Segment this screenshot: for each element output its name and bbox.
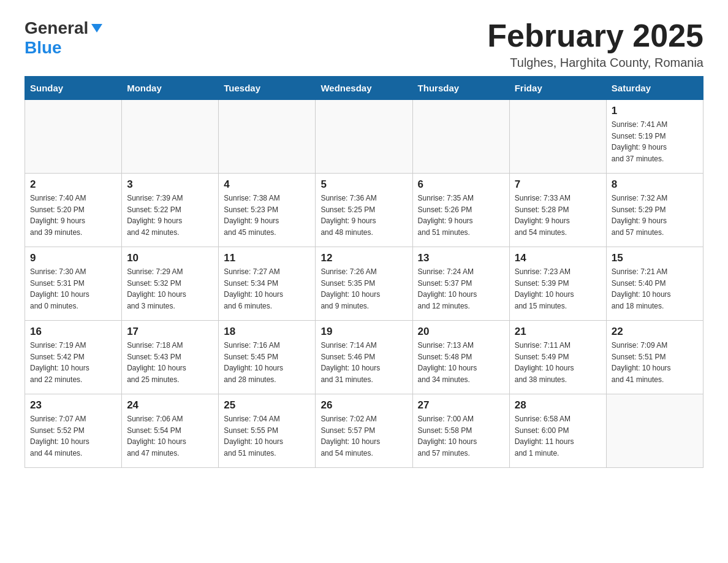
calendar-week-5: 23Sunrise: 7:07 AMSunset: 5:52 PMDayligh… (25, 394, 703, 468)
calendar-cell: 22Sunrise: 7:09 AMSunset: 5:51 PMDayligh… (606, 321, 703, 394)
calendar-cell (412, 100, 509, 174)
col-thursday: Thursday (412, 77, 509, 100)
calendar-week-3: 9Sunrise: 7:30 AMSunset: 5:31 PMDaylight… (25, 247, 703, 321)
calendar-cell (25, 100, 122, 174)
day-info: Sunrise: 7:32 AMSunset: 5:29 PMDaylight:… (612, 193, 698, 238)
day-number: 28 (515, 399, 601, 412)
day-info: Sunrise: 7:38 AMSunset: 5:23 PMDaylight:… (224, 193, 310, 238)
day-info: Sunrise: 7:21 AMSunset: 5:40 PMDaylight:… (612, 266, 698, 312)
calendar-cell: 10Sunrise: 7:29 AMSunset: 5:32 PMDayligh… (122, 247, 219, 321)
col-friday: Friday (509, 77, 606, 100)
day-info: Sunrise: 7:13 AMSunset: 5:48 PMDaylight:… (418, 340, 504, 385)
day-number: 23 (30, 399, 116, 412)
day-info: Sunrise: 6:58 AMSunset: 6:00 PMDaylight:… (515, 413, 601, 459)
calendar-cell: 1Sunrise: 7:41 AMSunset: 5:19 PMDaylight… (606, 100, 703, 174)
calendar-cell: 18Sunrise: 7:16 AMSunset: 5:45 PMDayligh… (219, 321, 316, 394)
location-text: Tulghes, Harghita County, Romania (487, 56, 703, 70)
calendar-cell: 2Sunrise: 7:40 AMSunset: 5:20 PMDaylight… (25, 174, 122, 247)
calendar-cell: 11Sunrise: 7:27 AMSunset: 5:34 PMDayligh… (219, 247, 316, 321)
calendar-cell (316, 100, 412, 174)
day-info: Sunrise: 7:04 AMSunset: 5:55 PMDaylight:… (224, 413, 310, 459)
calendar-cell: 21Sunrise: 7:11 AMSunset: 5:49 PMDayligh… (509, 321, 606, 394)
calendar-cell: 25Sunrise: 7:04 AMSunset: 5:55 PMDayligh… (219, 394, 316, 468)
calendar-cell (606, 394, 703, 468)
calendar-cell: 28Sunrise: 6:58 AMSunset: 6:00 PMDayligh… (509, 394, 606, 468)
day-number: 19 (320, 326, 407, 338)
day-number: 1 (612, 105, 698, 117)
day-info: Sunrise: 7:16 AMSunset: 5:45 PMDaylight:… (224, 340, 310, 385)
day-number: 2 (30, 178, 116, 191)
col-sunday: Sunday (25, 77, 122, 100)
calendar-cell: 15Sunrise: 7:21 AMSunset: 5:40 PMDayligh… (606, 247, 703, 321)
day-info: Sunrise: 7:00 AMSunset: 5:58 PMDaylight:… (418, 413, 504, 459)
day-info: Sunrise: 7:14 AMSunset: 5:46 PMDaylight:… (320, 340, 407, 385)
calendar-cell: 4Sunrise: 7:38 AMSunset: 5:23 PMDaylight… (219, 174, 316, 247)
col-monday: Monday (122, 77, 219, 100)
calendar-cell: 16Sunrise: 7:19 AMSunset: 5:42 PMDayligh… (25, 321, 122, 394)
day-info: Sunrise: 7:19 AMSunset: 5:42 PMDaylight:… (30, 340, 116, 385)
day-info: Sunrise: 7:29 AMSunset: 5:32 PMDaylight:… (127, 266, 213, 312)
day-number: 9 (30, 252, 116, 264)
day-number: 7 (515, 178, 601, 191)
logo: General Blue (25, 18, 104, 58)
calendar-cell: 19Sunrise: 7:14 AMSunset: 5:46 PMDayligh… (316, 321, 412, 394)
day-info: Sunrise: 7:30 AMSunset: 5:31 PMDaylight:… (30, 266, 116, 312)
calendar-cell: 12Sunrise: 7:26 AMSunset: 5:35 PMDayligh… (316, 247, 412, 321)
day-info: Sunrise: 7:07 AMSunset: 5:52 PMDaylight:… (30, 413, 116, 459)
day-info: Sunrise: 7:23 AMSunset: 5:39 PMDaylight:… (515, 266, 601, 312)
calendar-week-2: 2Sunrise: 7:40 AMSunset: 5:20 PMDaylight… (25, 174, 703, 247)
col-saturday: Saturday (606, 77, 703, 100)
day-number: 4 (224, 178, 310, 191)
day-info: Sunrise: 7:09 AMSunset: 5:51 PMDaylight:… (612, 340, 698, 385)
day-info: Sunrise: 7:35 AMSunset: 5:26 PMDaylight:… (418, 193, 504, 238)
col-tuesday: Tuesday (219, 77, 316, 100)
calendar-week-4: 16Sunrise: 7:19 AMSunset: 5:42 PMDayligh… (25, 321, 703, 394)
day-number: 11 (224, 252, 310, 264)
calendar-cell: 26Sunrise: 7:02 AMSunset: 5:57 PMDayligh… (316, 394, 412, 468)
calendar-week-1: 1Sunrise: 7:41 AMSunset: 5:19 PMDaylight… (25, 100, 703, 174)
day-info: Sunrise: 7:02 AMSunset: 5:57 PMDaylight:… (320, 413, 407, 459)
day-info: Sunrise: 7:26 AMSunset: 5:35 PMDaylight:… (320, 266, 407, 312)
logo-arrow-icon (90, 23, 104, 34)
month-title: February 2025 (487, 18, 703, 53)
page-header: General Blue February 2025 Tulghes, Harg… (25, 18, 703, 70)
day-number: 14 (515, 252, 601, 264)
day-info: Sunrise: 7:36 AMSunset: 5:25 PMDaylight:… (320, 193, 407, 238)
calendar-table: Sunday Monday Tuesday Wednesday Thursday… (25, 76, 703, 468)
calendar-cell: 5Sunrise: 7:36 AMSunset: 5:25 PMDaylight… (316, 174, 412, 247)
day-info: Sunrise: 7:40 AMSunset: 5:20 PMDaylight:… (30, 193, 116, 238)
day-number: 20 (418, 326, 504, 338)
calendar-cell: 6Sunrise: 7:35 AMSunset: 5:26 PMDaylight… (412, 174, 509, 247)
day-number: 8 (612, 178, 698, 191)
calendar-cell: 20Sunrise: 7:13 AMSunset: 5:48 PMDayligh… (412, 321, 509, 394)
calendar-cell: 27Sunrise: 7:00 AMSunset: 5:58 PMDayligh… (412, 394, 509, 468)
day-number: 5 (320, 178, 407, 191)
calendar-cell (122, 100, 219, 174)
day-number: 15 (612, 252, 698, 264)
day-number: 13 (418, 252, 504, 264)
day-info: Sunrise: 7:41 AMSunset: 5:19 PMDaylight:… (612, 119, 698, 164)
day-number: 25 (224, 399, 310, 412)
day-number: 21 (515, 326, 601, 338)
day-info: Sunrise: 7:18 AMSunset: 5:43 PMDaylight:… (127, 340, 213, 385)
day-number: 27 (418, 399, 504, 412)
day-number: 17 (127, 326, 213, 338)
calendar-cell (509, 100, 606, 174)
calendar-cell: 7Sunrise: 7:33 AMSunset: 5:28 PMDaylight… (509, 174, 606, 247)
day-info: Sunrise: 7:06 AMSunset: 5:54 PMDaylight:… (127, 413, 213, 459)
calendar-cell: 8Sunrise: 7:32 AMSunset: 5:29 PMDaylight… (606, 174, 703, 247)
calendar-cell: 24Sunrise: 7:06 AMSunset: 5:54 PMDayligh… (122, 394, 219, 468)
calendar-cell: 14Sunrise: 7:23 AMSunset: 5:39 PMDayligh… (509, 247, 606, 321)
calendar-cell: 23Sunrise: 7:07 AMSunset: 5:52 PMDayligh… (25, 394, 122, 468)
day-info: Sunrise: 7:33 AMSunset: 5:28 PMDaylight:… (515, 193, 601, 238)
logo-blue-text: Blue (25, 38, 62, 57)
day-number: 18 (224, 326, 310, 338)
day-info: Sunrise: 7:24 AMSunset: 5:37 PMDaylight:… (418, 266, 504, 312)
calendar-cell: 13Sunrise: 7:24 AMSunset: 5:37 PMDayligh… (412, 247, 509, 321)
day-number: 26 (320, 399, 407, 412)
col-wednesday: Wednesday (316, 77, 412, 100)
svg-marker-0 (91, 24, 102, 33)
calendar-cell: 3Sunrise: 7:39 AMSunset: 5:22 PMDaylight… (122, 174, 219, 247)
day-number: 10 (127, 252, 213, 264)
day-number: 12 (320, 252, 407, 264)
